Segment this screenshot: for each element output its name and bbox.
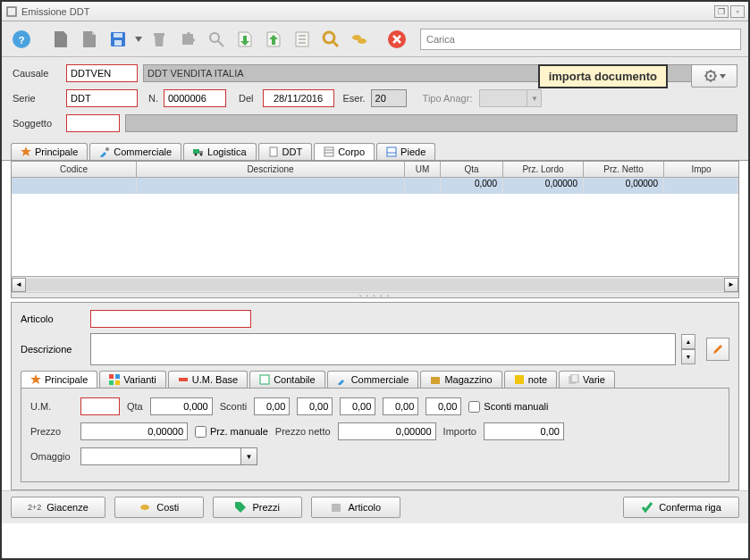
subtab-contabile[interactable]: Contabile (249, 371, 324, 388)
sconti-label: Sconti (220, 401, 248, 412)
prezzi-button[interactable]: Prezzi (213, 497, 302, 518)
svg-point-25 (200, 154, 203, 156)
grid-color-icon (109, 374, 120, 385)
ruler-icon (178, 374, 189, 385)
svg-rect-22 (193, 149, 199, 154)
conferma-riga-button[interactable]: Conferma riga (623, 497, 739, 518)
tab-principale[interactable]: Principale (11, 143, 88, 160)
descrizione-input[interactable] (90, 333, 676, 365)
col-przlordo[interactable]: Prz. Lordo (503, 162, 584, 177)
scroll-left-button[interactable]: ◄ (12, 278, 26, 292)
sconto3-input[interactable] (340, 397, 375, 415)
desc-down-button[interactable]: ▼ (681, 349, 695, 364)
subtab-note[interactable]: note (504, 371, 557, 388)
desc-up-button[interactable]: ▲ (681, 334, 695, 349)
coins-icon[interactable] (347, 27, 372, 52)
omaggio-combo[interactable]: ▼ (80, 447, 257, 465)
articolo-button[interactable]: Articolo (311, 497, 400, 518)
soggetto-desc (125, 114, 737, 132)
table-icon (259, 374, 270, 385)
resize-grip[interactable]: • • • • • (12, 292, 738, 297)
subtab-magazzino[interactable]: Magazzino (420, 371, 501, 388)
tipo-anagr-dropdown[interactable]: ▼ (527, 90, 541, 106)
articolo-input[interactable] (90, 310, 251, 328)
um-input[interactable] (80, 397, 120, 415)
export-icon[interactable] (261, 27, 286, 52)
save-icon[interactable] (105, 27, 131, 52)
col-codice[interactable]: Codice (12, 162, 137, 177)
subtab-varianti[interactable]: Varianti (99, 371, 165, 388)
tab-corpo[interactable]: Corpo (314, 143, 375, 160)
svg-rect-6 (154, 33, 164, 36)
costi-button[interactable]: Costi (114, 497, 204, 518)
eser-input[interactable] (371, 89, 407, 107)
annotation-arrow (614, 68, 686, 70)
maximize-button[interactable]: ❐ (714, 5, 729, 18)
soggetto-input[interactable] (66, 114, 120, 132)
scroll-right-button[interactable]: ► (724, 278, 738, 292)
sconto2-input[interactable] (297, 397, 333, 415)
chevron-down-icon (720, 74, 726, 79)
col-prznetto[interactable]: Prz. Netto (584, 162, 664, 177)
sconto4-input[interactable] (383, 397, 418, 415)
omaggio-field[interactable] (80, 447, 241, 465)
svg-rect-4 (114, 33, 122, 38)
tab-commerciale[interactable]: Commerciale (89, 143, 181, 160)
prezzo-netto-input[interactable] (338, 422, 436, 440)
scroll-track[interactable] (26, 279, 724, 291)
numero-input[interactable] (164, 89, 226, 107)
svg-line-14 (333, 42, 338, 46)
prezzo-netto-label: Prezzo netto (275, 426, 331, 437)
svg-rect-39 (515, 375, 524, 384)
causale-label: Causale (13, 68, 66, 79)
grid-body[interactable]: 0,000 0,00000 0,00000 (12, 178, 738, 276)
close-icon[interactable] (384, 27, 409, 52)
search-input[interactable] (420, 29, 741, 50)
svg-rect-34 (109, 380, 114, 385)
sconti-manuali-checkbox[interactable]: Sconti manuali (468, 401, 548, 413)
subtab-commerciale[interactable]: Commerciale (327, 371, 419, 388)
doc-new-icon[interactable] (48, 27, 73, 52)
subtab-principale[interactable]: Principale (21, 371, 97, 388)
omaggio-dropdown-button[interactable]: ▼ (241, 447, 257, 465)
puzzle-icon[interactable] (175, 27, 200, 52)
qta-input[interactable] (150, 397, 213, 415)
list-icon[interactable] (290, 27, 315, 52)
giacenze-button[interactable]: 2+2Giacenze (11, 497, 105, 518)
gear-button[interactable] (691, 64, 737, 88)
restore-button[interactable]: ▫ (730, 5, 745, 18)
subtab-varie[interactable]: Varie (559, 371, 615, 388)
search-tool-icon[interactable] (204, 27, 229, 52)
find-icon[interactable] (318, 27, 343, 52)
col-qta[interactable]: Qta (441, 162, 503, 177)
doc-icon (268, 146, 279, 157)
sconto1-input[interactable] (254, 397, 290, 415)
import-icon[interactable] (232, 27, 257, 52)
horizontal-scrollbar[interactable]: ◄ ► (12, 276, 738, 292)
prz-manuale-checkbox[interactable]: Prz. manuale (195, 426, 268, 438)
sconto5-input[interactable] (426, 397, 461, 415)
serie-input[interactable] (66, 89, 138, 107)
trash-icon[interactable] (147, 27, 172, 52)
tab-piede[interactable]: Piede (376, 143, 435, 160)
prezzo-label: Prezzo (30, 426, 73, 437)
tab-logistica[interactable]: Logistica (183, 143, 256, 160)
svg-point-24 (195, 154, 198, 156)
tab-ddt[interactable]: DDT (258, 143, 313, 160)
edit-description-button[interactable] (706, 338, 729, 361)
grid-icon (386, 146, 397, 157)
help-icon[interactable]: ? (9, 27, 34, 52)
col-descrizione[interactable]: Descrizione (137, 162, 405, 177)
data-input[interactable] (263, 89, 334, 107)
prezzo-input[interactable] (80, 422, 188, 440)
importo-input[interactable] (484, 422, 564, 440)
col-um[interactable]: UM (405, 162, 441, 177)
subtab-umbase[interactable]: U.M. Base (168, 371, 248, 388)
table-row[interactable]: 0,000 0,00000 0,00000 (12, 178, 738, 194)
save-dropdown-icon[interactable] (134, 27, 143, 52)
svg-rect-36 (179, 378, 188, 381)
eser-label: Eser. (343, 93, 366, 104)
col-impo[interactable]: Impo (664, 162, 738, 177)
causale-input[interactable] (66, 64, 138, 82)
doc-icon[interactable] (77, 27, 102, 52)
